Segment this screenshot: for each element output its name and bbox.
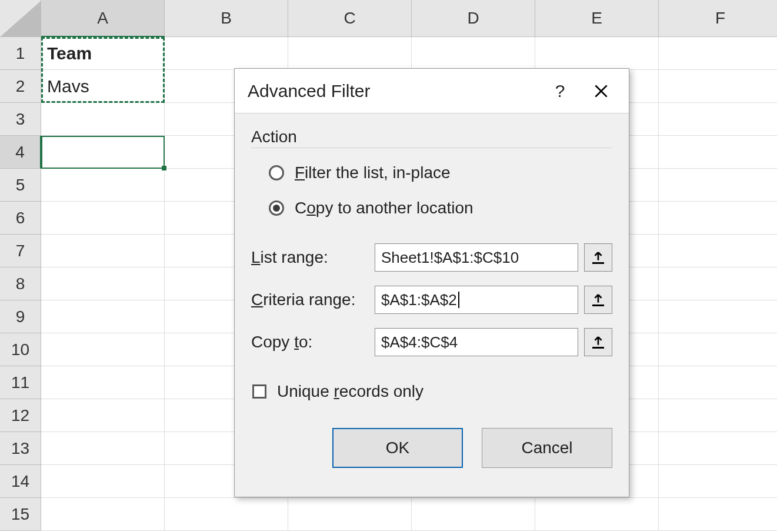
- list-range-refedit-button[interactable]: [584, 243, 612, 272]
- cell-A2[interactable]: Mavs: [41, 70, 165, 103]
- collapse-dialog-icon: [592, 336, 604, 348]
- criteria-range-row: Criteria range: $A$1:$A$2: [251, 279, 612, 321]
- close-icon: [595, 85, 608, 98]
- divider: [251, 148, 612, 148]
- copy-to-label: Copy to:: [251, 333, 375, 352]
- row-head-2[interactable]: 2: [0, 70, 41, 103]
- cell-F7[interactable]: [659, 235, 777, 267]
- advanced-filter-dialog: Advanced Filter ? Action Filter the list…: [234, 68, 629, 497]
- cell-A3[interactable]: [41, 103, 165, 136]
- cell-F13[interactable]: [659, 432, 777, 465]
- cell-A9[interactable]: [41, 300, 165, 333]
- copy-to-input[interactable]: $A$4:$C$4: [375, 328, 578, 356]
- row-head-5[interactable]: 5: [0, 169, 41, 202]
- collapse-dialog-icon: [592, 252, 604, 263]
- cell-D1[interactable]: [412, 37, 535, 70]
- cell-F2[interactable]: [659, 70, 777, 103]
- checkbox-label: Unique records only: [277, 382, 423, 401]
- cell-A1[interactable]: Team: [41, 37, 165, 70]
- row-headers: 1 2 3 4 5 6 7 8 9 10 11 12 13 14 15: [0, 37, 41, 532]
- col-head-F[interactable]: F: [659, 0, 777, 37]
- cell-B15[interactable]: [165, 498, 288, 531]
- dialog-body: Action Filter the list, in-place Copy to…: [235, 113, 629, 409]
- criteria-range-label: Criteria range:: [251, 290, 375, 309]
- radio-label: Copy to another location: [295, 199, 473, 218]
- cell-D15[interactable]: [412, 498, 535, 531]
- action-group-label: Action: [251, 128, 612, 146]
- row-head-7[interactable]: 7: [0, 235, 41, 267]
- col-head-B[interactable]: B: [165, 0, 288, 37]
- cell-A12[interactable]: [41, 399, 165, 432]
- cell-F6[interactable]: [659, 202, 777, 235]
- cell-F8[interactable]: [659, 267, 777, 300]
- col-head-A[interactable]: A: [41, 0, 165, 37]
- cell-F5[interactable]: [659, 169, 777, 202]
- cell-F10[interactable]: [659, 333, 777, 366]
- cell-A5[interactable]: [41, 169, 165, 202]
- cancel-button[interactable]: Cancel: [482, 428, 612, 468]
- col-head-C[interactable]: C: [288, 0, 412, 37]
- cell-A10[interactable]: [41, 333, 165, 366]
- cell-E1[interactable]: [535, 37, 659, 70]
- copy-to-row: Copy to: $A$4:$C$4: [251, 321, 612, 363]
- cell-E15[interactable]: [535, 498, 659, 531]
- row-head-10[interactable]: 10: [0, 333, 41, 366]
- select-all-corner[interactable]: [0, 0, 41, 37]
- close-button[interactable]: [586, 76, 616, 106]
- cell-C1[interactable]: [288, 37, 412, 70]
- radio-label: Filter the list, in-place: [295, 163, 451, 182]
- dialog-titlebar[interactable]: Advanced Filter ?: [235, 69, 629, 113]
- cell-F4[interactable]: [659, 136, 777, 169]
- cell-F11[interactable]: [659, 366, 777, 399]
- cell-A6[interactable]: [41, 202, 165, 235]
- list-range-input[interactable]: Sheet1!$A$1:$C$10: [375, 243, 578, 272]
- cell-F15[interactable]: [659, 498, 777, 531]
- row-head-15[interactable]: 15: [0, 498, 41, 531]
- collapse-dialog-icon: [592, 294, 604, 306]
- unique-records-checkbox[interactable]: Unique records only: [251, 374, 612, 409]
- row-head-1[interactable]: 1: [0, 37, 41, 70]
- row-head-8[interactable]: 8: [0, 267, 41, 300]
- cell-F14[interactable]: [659, 465, 777, 498]
- criteria-range-input[interactable]: $A$1:$A$2: [375, 286, 578, 314]
- cell-A11[interactable]: [41, 366, 165, 399]
- row-head-4[interactable]: 4: [0, 136, 41, 169]
- cell-B1[interactable]: [165, 37, 288, 70]
- col-head-D[interactable]: D: [412, 0, 535, 37]
- ok-button[interactable]: OK: [332, 428, 463, 468]
- row-head-3[interactable]: 3: [0, 103, 41, 136]
- dialog-buttons: OK Cancel: [235, 409, 629, 468]
- cell-A15[interactable]: [41, 498, 165, 531]
- cell-F12[interactable]: [659, 399, 777, 432]
- radio-icon: [269, 200, 284, 216]
- row-head-11[interactable]: 11: [0, 366, 41, 399]
- cell-F3[interactable]: [659, 103, 777, 136]
- list-range-label: List range:: [251, 248, 375, 267]
- row-head-6[interactable]: 6: [0, 202, 41, 235]
- copy-to-refedit-button[interactable]: [584, 328, 612, 356]
- dialog-title: Advanced Filter: [248, 81, 533, 101]
- radio-icon: [269, 165, 284, 180]
- text-caret: [458, 292, 459, 308]
- cell-A13[interactable]: [41, 432, 165, 465]
- row-head-13[interactable]: 13: [0, 432, 41, 465]
- help-button[interactable]: ?: [545, 76, 575, 106]
- column-headers: A B C D E F: [41, 0, 777, 37]
- cell-A8[interactable]: [41, 267, 165, 300]
- cell-A7[interactable]: [41, 235, 165, 267]
- radio-copy-to-location[interactable]: Copy to another location: [251, 190, 612, 226]
- list-range-row: List range: Sheet1!$A$1:$C$10: [251, 236, 612, 279]
- cell-C15[interactable]: [288, 498, 412, 531]
- checkbox-icon: [252, 384, 266, 399]
- radio-filter-in-place[interactable]: Filter the list, in-place: [251, 155, 612, 190]
- col-head-E[interactable]: E: [535, 0, 659, 37]
- row-head-12[interactable]: 12: [0, 399, 41, 432]
- cell-A14[interactable]: [41, 465, 165, 498]
- cell-A4[interactable]: [41, 136, 165, 169]
- row-head-9[interactable]: 9: [0, 300, 41, 333]
- cell-F1[interactable]: [659, 37, 777, 70]
- cell-F9[interactable]: [659, 300, 777, 333]
- criteria-range-refedit-button[interactable]: [584, 286, 612, 314]
- row-head-14[interactable]: 14: [0, 465, 41, 498]
